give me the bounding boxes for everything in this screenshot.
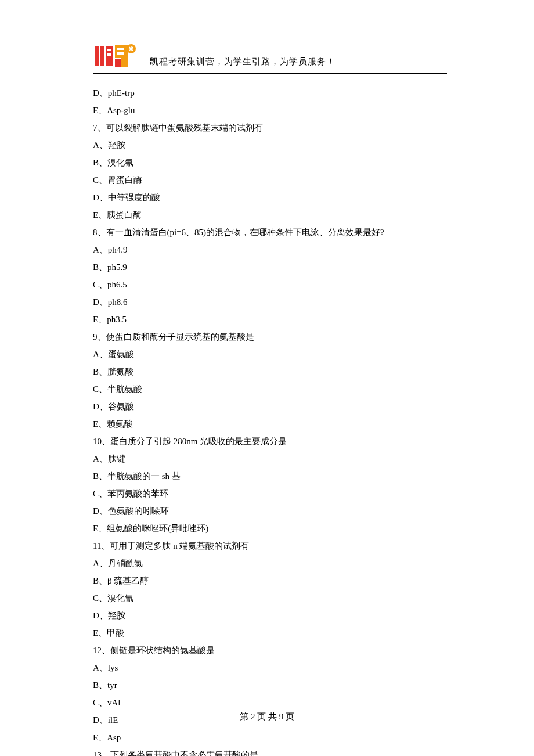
document-line: B、β 巯基乙醇 [93,572,447,589]
svg-rect-2 [107,53,111,56]
document-line: B、半胱氨酸的一 sh 基 [93,467,447,485]
svg-rect-4 [117,52,124,55]
document-line: 12、侧链是环状结构的氨基酸是 [93,642,447,659]
document-line: D、谷氨酸 [93,398,447,415]
document-line: C、vAl [93,694,447,711]
document-line: B、溴化氰 [93,154,447,171]
document-line: 8、有一血清清蛋白(pi=6、85)的混合物，在哪种条件下电泳、分离效果最好? [93,224,447,241]
document-line: A、ph4.9 [93,241,447,258]
document-line: E、胰蛋白酶 [93,206,447,224]
brand-logo-icon [93,41,138,71]
document-line: D、ph8.6 [93,293,447,311]
svg-rect-1 [107,49,111,51]
svg-rect-3 [117,48,124,50]
document-line: 10、蛋白质分子引起 280nm 光吸收的最主要成分是 [93,433,447,450]
document-body: D、phE-trpE、Asp-glu7、可以裂解肽链中蛋氨酸残基末端的试剂有A、… [93,84,447,756]
document-line: D、色氨酸的吲哚环 [93,502,447,520]
header-tagline: 凯程考研集训营，为学生引路，为学员服务！ [150,56,335,71]
document-line: A、lys [93,659,447,676]
document-line: E、Asp [93,729,447,746]
document-line: E、Asp-glu [93,102,447,119]
document-line: E、组氨酸的咪唑环(异吡唑环) [93,520,447,537]
document-line: 11、可用于测定多肽 n 端氨基酸的试剂有 [93,537,447,555]
document-line: E、ph3.5 [93,311,447,328]
document-line: A、蛋氨酸 [93,345,447,363]
page-header: 凯程考研集训营，为学生引路，为学员服务！ [93,41,447,71]
document-line: B、ph5.9 [93,258,447,276]
document-line: D、羟胺 [93,607,447,624]
document-line: B、胱氨酸 [93,363,447,380]
document-line: C、苯丙氨酸的苯环 [93,485,447,502]
document-line: B、tyr [93,676,447,694]
document-line: D、phE-trp [93,84,447,102]
document-line: E、赖氨酸 [93,415,447,433]
document-line: 13、下列各类氨基酸中不含必需氨基酸的是 [93,746,447,756]
header-divider [93,73,447,74]
document-line: A、羟胺 [93,136,447,154]
document-line: D、中等强度的酸 [93,189,447,206]
document-line: A、肽键 [93,450,447,467]
document-line: 7、可以裂解肽链中蛋氨酸残基末端的试剂有 [93,119,447,136]
document-line: A、丹硝酰氯 [93,555,447,572]
document-line: C、胃蛋白酶 [93,171,447,189]
document-line: E、甲酸 [93,624,447,642]
page-container: 凯程考研集训营，为学生引路，为学员服务！ D、phE-trpE、Asp-glu7… [0,0,534,756]
document-line: C、半胱氨酸 [93,380,447,398]
document-line: C、ph6.5 [93,276,447,293]
page-footer: 第 2 页 共 9 页 [0,711,534,722]
document-line: 9、使蛋白质和酶分子显示巯基的氨基酸是 [93,328,447,345]
document-line: C、溴化氰 [93,589,447,607]
